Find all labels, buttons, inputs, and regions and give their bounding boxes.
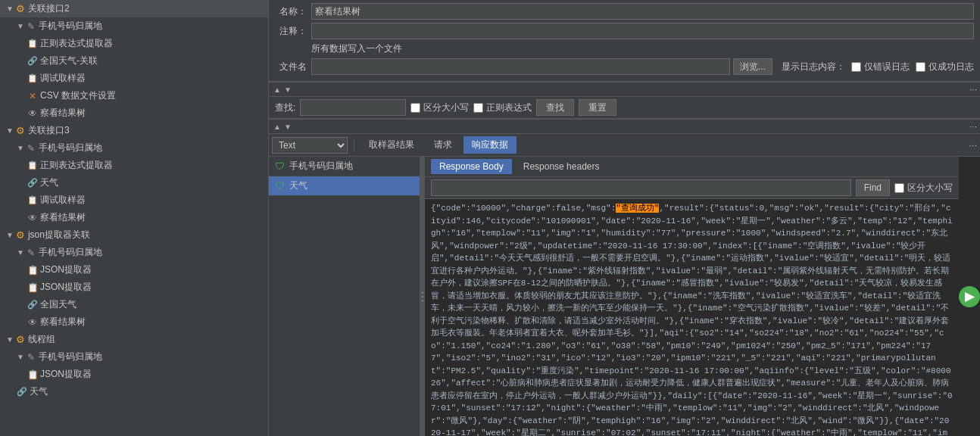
search-input[interactable] <box>300 99 406 116</box>
sidebar-label-csv: CSV 数据文件设置 <box>40 89 116 102</box>
format-select[interactable]: Text HTML JSON XML CSS/JQuery <box>272 137 348 154</box>
sidebar-label-zhengze3: 正则表达式提取器 <box>40 159 113 172</box>
browse-button[interactable]: 浏览... <box>733 58 772 75</box>
doc-icon-tiaoshi: 📋 <box>27 73 38 84</box>
divider-up-btn-2[interactable]: ▲ <box>272 123 282 131</box>
sidebar-item-json2[interactable]: 📋 JSON提取器 <box>0 279 268 296</box>
sidebar-item-chakan2[interactable]: 👁 察看结果树 <box>0 104 268 122</box>
drag-dot-3 <box>422 300 423 301</box>
sidebar-item-zhengze3[interactable]: 📋 正则表达式提取器 <box>0 157 268 174</box>
response-content[interactable]: {"code":"10000","charge":false,"msg":"查询… <box>425 199 959 436</box>
link-icon-tianqi3: 🔗 <box>27 178 38 188</box>
green-circle-button[interactable]: ▶ <box>959 286 980 307</box>
response-case-label: 区分大小写 <box>907 182 953 195</box>
response-tab-body[interactable]: Response Body <box>431 159 512 174</box>
sidebar: ▼ ⚙ 关联接口2 ▼ ✎ 手机号码归属地 📋 正则表达式提取器 🔗 全国天气-… <box>0 0 269 436</box>
link-icon-tianqi-json: 🔗 <box>27 300 38 310</box>
pencil-icon-shouji3: ✎ <box>26 143 36 154</box>
middle-section: 🛡 手机号码归属地 🛡 天气 Response Body Response he… <box>269 157 980 436</box>
right-edge-panel: ▶ <box>959 157 980 436</box>
divider-down-btn-2[interactable]: ▼ <box>282 123 293 131</box>
comment-input[interactable] <box>311 23 974 39</box>
sidebar-item-json-xiancheng[interactable]: 📋 JSON提取器 <box>0 366 268 383</box>
sidebar-item-guanlian2[interactable]: ▼ ⚙ 关联接口2 <box>0 0 268 17</box>
extractor-item-tianqi[interactable]: 🛡 天气 <box>269 176 420 196</box>
sidebar-item-zhengze2[interactable]: 📋 正则表达式提取器 <box>0 35 268 52</box>
sidebar-item-json1[interactable]: 📋 JSON提取器 <box>0 261 268 279</box>
sidebar-item-shouji3[interactable]: ▼ ✎ 手机号码归属地 <box>0 139 268 157</box>
search-button[interactable]: 查找 <box>536 99 574 116</box>
alldata-label: 所有数据写入一个文件 <box>311 42 402 55</box>
gear-icon-guanlian2: ⚙ <box>15 4 26 14</box>
tab-sampler-results[interactable]: 取样器结果 <box>360 136 423 154</box>
title-input[interactable] <box>311 3 974 20</box>
tab-request[interactable]: 请求 <box>426 136 460 154</box>
extractor-label-shouji: 手机号码归属地 <box>289 160 353 173</box>
log-controls: 显示日志内容： 仅错误日志 仅成功日志 <box>782 61 974 73</box>
sidebar-item-tianqi3[interactable]: 🔗 天气 <box>0 174 268 192</box>
sidebar-item-shouji-xiancheng[interactable]: ▼ ✎ 手机号码归属地 <box>0 348 268 366</box>
divider-dots-1[interactable]: ··· <box>969 84 977 95</box>
sidebar-item-shouji-json[interactable]: ▼ ✎ 手机号码归属地 <box>0 244 268 261</box>
link-icon-tianqi-xiancheng: 🔗 <box>17 387 27 397</box>
gear-icon-json: ⚙ <box>15 230 26 241</box>
expand-arrow-shouji3: ▼ <box>17 144 24 152</box>
gear-icon-xiancheng: ⚙ <box>15 335 26 345</box>
filename-input[interactable] <box>311 58 730 75</box>
sidebar-label-tianqi-xiancheng: 天气 <box>30 385 48 398</box>
reset-button[interactable]: 重置 <box>579 99 616 116</box>
sidebar-label-chakan-json: 察看结果树 <box>40 316 86 329</box>
sidebar-item-json-section[interactable]: ▼ ⚙ json提取器关联 <box>0 226 268 244</box>
sidebar-item-chakan-json[interactable]: 👁 察看结果树 <box>0 313 268 331</box>
sidebar-item-tiaoshi3[interactable]: 📋 调试取样器 <box>0 192 268 209</box>
sidebar-item-xiancheng[interactable]: ▼ ⚙ 线程组 <box>0 331 268 348</box>
filename-label: 文件名 <box>275 61 311 73</box>
sidebar-item-chakan3[interactable]: 👁 察看结果树 <box>0 209 268 226</box>
divider-down-btn-1[interactable]: ▼ <box>282 86 293 94</box>
expand-arrow-xiancheng: ▼ <box>6 335 14 344</box>
toolbar-more-dots[interactable]: ··· <box>969 139 977 151</box>
response-search-input[interactable] <box>431 179 851 196</box>
response-search: Find 区分大小写 <box>425 177 959 199</box>
only-error-checkbox[interactable] <box>851 62 861 72</box>
doc-blue-icon-json1: 📋 <box>27 265 38 276</box>
expand-arrow-shouji-xiancheng: ▼ <box>17 353 24 361</box>
sidebar-label-tianqi-json: 全国天气 <box>40 298 76 311</box>
only-success-checkbox[interactable] <box>916 62 925 72</box>
sidebar-label-shouji-json: 手机号码归属地 <box>39 246 102 259</box>
sidebar-label-shouji3: 手机号码归属地 <box>39 142 102 154</box>
file-input-group: 浏览... 显示日志内容： 仅错误日志 仅成功日志 <box>311 58 974 75</box>
eye-icon-chakan2: 👁 <box>27 108 38 119</box>
expand-arrow-guanlian2: ▼ <box>6 5 14 13</box>
sidebar-label-guanlian2: 关联接口2 <box>28 2 70 15</box>
case-sensitive-checkbox[interactable] <box>410 103 420 113</box>
tab-response-data[interactable]: 响应数据 <box>463 136 517 154</box>
sidebar-item-tianqi-guanlian[interactable]: 🔗 全国天气-关联 <box>0 52 268 70</box>
shield-icon-shouji: 🛡 <box>275 160 285 172</box>
sidebar-item-guanlian3[interactable]: ▼ ⚙ 关联接口3 <box>0 122 268 139</box>
sidebar-item-shouji2[interactable]: ▼ ✎ 手机号码归属地 <box>0 17 268 35</box>
sidebar-item-tiaoshi[interactable]: 📋 调试取样器 <box>0 70 268 87</box>
response-case-group: 区分大小写 <box>894 182 953 195</box>
sidebar-label-guanlian3: 关联接口3 <box>28 124 70 137</box>
extractor-list: 🛡 手机号码归属地 🛡 天气 <box>269 157 420 436</box>
regex-checkbox[interactable] <box>473 103 483 113</box>
find-button[interactable]: Find <box>856 179 890 196</box>
csv-icon: ✕ <box>27 91 38 101</box>
section-divider-2: ▲ ▼ ··· <box>269 119 980 134</box>
sidebar-item-tianqi-json[interactable]: 🔗 全国天气 <box>0 296 268 313</box>
extractor-item-shouji[interactable]: 🛡 手机号码归属地 <box>269 157 420 176</box>
sidebar-label-zhengze2: 正则表达式提取器 <box>40 37 113 50</box>
divider-dots-2[interactable]: ··· <box>969 121 977 132</box>
divider-up-btn-1[interactable]: ▲ <box>272 86 282 94</box>
form-title-row: 名称： <box>275 3 974 20</box>
sidebar-item-tianqi-xiancheng[interactable]: 🔗 天气 <box>0 383 268 400</box>
sidebar-item-csv[interactable]: ✕ CSV 数据文件设置 <box>0 87 268 104</box>
sidebar-label-json-xiancheng: JSON提取器 <box>40 368 92 381</box>
response-case-checkbox[interactable] <box>894 183 904 193</box>
response-tab-headers[interactable]: Response headers <box>515 159 608 174</box>
gear-icon-guanlian3: ⚙ <box>15 126 26 136</box>
link-icon-tianqi-guanlian: 🔗 <box>27 56 38 67</box>
sidebar-label-json2: JSON提取器 <box>40 281 92 294</box>
form-comment-row: 注释： <box>275 23 974 39</box>
